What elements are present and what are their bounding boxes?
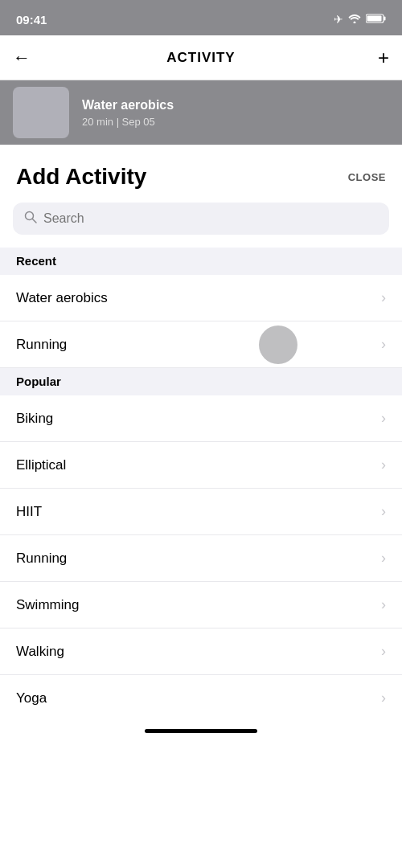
svg-rect-2 [384, 17, 386, 21]
chevron-icon: › [381, 410, 386, 427]
item-label: Yoga [16, 690, 47, 706]
section-popular: Popular [0, 368, 402, 395]
nav-bar: ← ACTIVITY + [0, 35, 402, 80]
search-input[interactable] [43, 211, 378, 226]
status-bar: 09:41 ✈ [0, 0, 402, 35]
chevron-icon: › [381, 550, 386, 567]
activity-title: Water aerobics [82, 98, 174, 113]
home-bar [145, 729, 257, 733]
status-time: 09:41 [16, 13, 47, 27]
sheet-header: Add Activity CLOSE [0, 145, 402, 203]
item-label: Water aerobics [16, 290, 108, 306]
item-label: HIIT [16, 504, 42, 520]
activity-thumbnail [13, 87, 69, 138]
chevron-icon: › [381, 596, 386, 613]
list-item[interactable]: Water aerobics › [0, 275, 402, 321]
sheet-title: Add Activity [16, 164, 146, 190]
svg-line-5 [33, 219, 37, 223]
svg-point-0 [354, 22, 356, 24]
activity-meta: 20 min | Sep 05 [82, 116, 174, 128]
airplane-icon: ✈ [334, 13, 343, 26]
item-label: Swimming [16, 597, 79, 613]
item-label: Running [16, 337, 67, 353]
list-item[interactable]: Elliptical › [0, 442, 402, 489]
search-container [0, 203, 402, 248]
chevron-icon: › [381, 457, 386, 473]
recent-label: Recent [16, 254, 56, 268]
svg-rect-3 [367, 16, 382, 22]
item-label: Walking [16, 644, 64, 660]
page-title: ACTIVITY [166, 50, 235, 66]
search-icon [24, 211, 37, 227]
list-item[interactable]: Yoga › [0, 675, 402, 721]
popular-label: Popular [16, 375, 61, 388]
wifi-icon [348, 13, 361, 26]
bg-card-area: Water aerobics 20 min | Sep 05 [0, 80, 402, 145]
bottom-sheet: Add Activity CLOSE Recent Water aerobics… [0, 145, 402, 767]
list-item[interactable]: Biking › [0, 395, 402, 442]
chevron-icon: › [381, 503, 386, 520]
section-recent: Recent [0, 248, 402, 275]
activity-info: Water aerobics 20 min | Sep 05 [82, 98, 174, 128]
back-button[interactable]: ← [13, 47, 45, 68]
chevron-icon: › [381, 336, 386, 353]
touch-indicator [259, 326, 297, 364]
home-indicator [0, 721, 402, 739]
battery-icon [366, 13, 386, 26]
add-button[interactable]: + [357, 47, 389, 69]
item-label: Running [16, 551, 67, 567]
close-button[interactable]: CLOSE [348, 171, 386, 183]
list-item[interactable]: Running › [0, 321, 402, 368]
status-icons: ✈ [334, 13, 386, 26]
item-label: Biking [16, 411, 53, 427]
search-box[interactable] [13, 203, 389, 235]
list-item[interactable]: HIIT › [0, 489, 402, 535]
chevron-icon: › [381, 289, 386, 306]
chevron-icon: › [381, 643, 386, 660]
list-item[interactable]: Walking › [0, 628, 402, 675]
item-label: Elliptical [16, 457, 66, 473]
chevron-icon: › [381, 690, 386, 706]
list-item[interactable]: Swimming › [0, 582, 402, 628]
list-item[interactable]: Running › [0, 535, 402, 582]
